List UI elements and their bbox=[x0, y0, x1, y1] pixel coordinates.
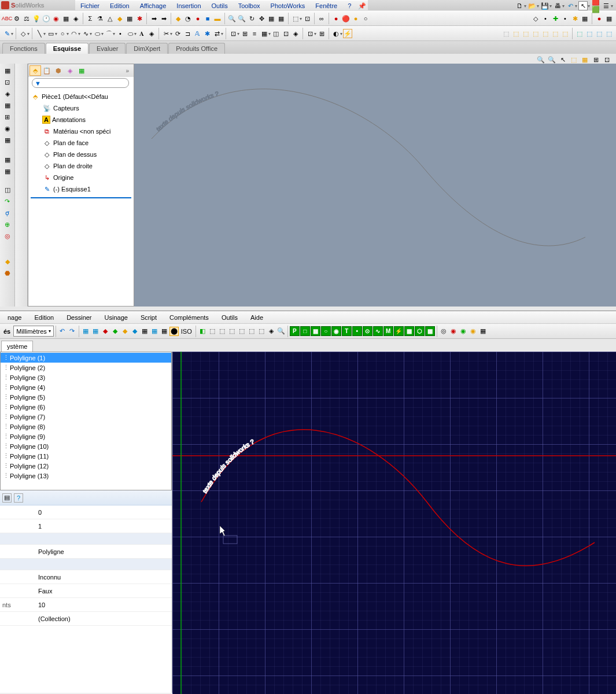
sketch-icon[interactable]: ✎ bbox=[2, 29, 12, 38]
text-icon[interactable]: 𝐀 bbox=[137, 29, 146, 38]
cb-g11-icon[interactable]: ⚡ bbox=[394, 326, 404, 336]
menu-outils[interactable]: Outils bbox=[206, 1, 233, 11]
tab-fonctions[interactable]: Fonctions bbox=[2, 43, 45, 54]
cb-g13-icon[interactable]: ⬡ bbox=[415, 326, 425, 336]
cb-g8-icon[interactable]: ⊙ bbox=[363, 326, 372, 336]
tool17-icon[interactable]: ◆ bbox=[174, 14, 183, 23]
cube-icon[interactable]: ⬚ bbox=[291, 14, 300, 23]
iso5-icon[interactable]: ⬚ bbox=[541, 29, 550, 38]
list-item[interactable]: ⋮Polyligne (3) bbox=[1, 372, 171, 382]
tool-r7-icon[interactable]: ● bbox=[595, 14, 604, 23]
cb-g12-icon[interactable]: ▦ bbox=[404, 326, 414, 336]
pin-icon[interactable]: 📌 bbox=[356, 1, 368, 10]
property-row[interactable]: Faux bbox=[0, 584, 172, 598]
cb-menu-outils[interactable]: Outils bbox=[215, 312, 244, 323]
cb-r2-icon[interactable]: ◉ bbox=[449, 327, 458, 336]
iso4-icon[interactable]: ⬚ bbox=[531, 29, 540, 38]
cb-c3-icon[interactable]: ⬚ bbox=[217, 327, 227, 336]
cb-t4-icon[interactable]: ◆ bbox=[130, 327, 139, 336]
cb-t2-icon[interactable]: ◆ bbox=[110, 327, 120, 336]
cb-c4-icon[interactable]: ⬚ bbox=[227, 327, 237, 336]
v6-icon[interactable]: ⊞ bbox=[591, 55, 600, 64]
tool-r1-icon[interactable]: ◇ bbox=[531, 14, 540, 23]
offset-icon[interactable]: ⊐ bbox=[183, 29, 192, 38]
entity-list[interactable]: ⋮Polyligne (1)⋮Polyligne (2)⋮Polyligne (… bbox=[0, 352, 172, 490]
cb-r3-icon[interactable]: ◉ bbox=[459, 327, 468, 336]
cb-c7-icon[interactable]: ⬚ bbox=[257, 327, 266, 336]
pan-icon[interactable]: ✥ bbox=[257, 14, 266, 23]
cb-t1-icon[interactable]: ◆ bbox=[101, 327, 110, 336]
line-icon[interactable]: ╲ bbox=[35, 29, 44, 38]
cb-r4-icon[interactable]: ◉ bbox=[469, 327, 478, 336]
lt2-icon[interactable]: ⊡ bbox=[3, 77, 12, 87]
list-item[interactable]: ⋮Polyligne (9) bbox=[1, 431, 171, 441]
solidworks-viewport[interactable]: texte depuis solidworks ? bbox=[134, 64, 616, 307]
tree-item-plan-dessus[interactable]: ◇Plan de dessus bbox=[29, 149, 132, 160]
property-row[interactable] bbox=[0, 559, 172, 570]
tool18-icon[interactable]: ◔ bbox=[183, 14, 193, 23]
cb-redo-icon[interactable]: ↷ bbox=[68, 327, 77, 336]
cb-g5-icon[interactable]: ◉ bbox=[331, 326, 341, 336]
list-item[interactable]: ⋮Polyligne (10) bbox=[1, 441, 171, 451]
cb-t8-icon[interactable]: ⬤ bbox=[169, 327, 179, 336]
tab-esquisse[interactable]: Esquisse bbox=[46, 43, 88, 54]
cb-grid2-icon[interactable]: ▦ bbox=[91, 327, 100, 336]
menu-photoworks[interactable]: PhotoWorks bbox=[265, 1, 311, 11]
tool-b3-icon[interactable]: ▦ bbox=[260, 29, 269, 38]
traffic-icon[interactable]: 🟥🟩 bbox=[591, 1, 600, 10]
menu-insertion[interactable]: Insertion bbox=[171, 1, 206, 11]
tool7-icon[interactable]: ▦ bbox=[61, 14, 71, 23]
tool-b5-icon[interactable]: ⊡ bbox=[281, 29, 290, 38]
point-icon[interactable]: • bbox=[116, 29, 125, 38]
tool-r6-icon[interactable]: ▦ bbox=[580, 14, 589, 23]
tool-b6-icon[interactable]: ◈ bbox=[291, 29, 300, 38]
tree-item-esquisse1[interactable]: ✎(-) Esquisse1 bbox=[29, 183, 132, 195]
fillet-icon[interactable]: ⌒ bbox=[104, 29, 113, 38]
tool21-icon[interactable]: ▬ bbox=[213, 14, 222, 23]
lt9-icon[interactable]: ▦ bbox=[3, 167, 12, 176]
cb-grid1-icon[interactable]: ▦ bbox=[81, 327, 90, 336]
tree-item-materiau[interactable]: ⧉Matériau <non spéci bbox=[29, 125, 132, 137]
v4-icon[interactable]: ⬚ bbox=[569, 55, 578, 64]
iso3-icon[interactable]: ⬚ bbox=[521, 29, 530, 38]
list-item[interactable]: ⋮Polyligne (2) bbox=[1, 363, 171, 372]
unit-combo[interactable]: Millimètres ▾ bbox=[13, 326, 54, 337]
tab-produits-office[interactable]: Produits Office bbox=[168, 43, 225, 54]
iso1-icon[interactable]: ⬚ bbox=[501, 29, 511, 38]
tree-tabs-overflow[interactable]: » bbox=[122, 68, 132, 74]
cb-g6-icon[interactable]: T bbox=[342, 326, 352, 336]
pattern-icon[interactable]: ✱ bbox=[202, 29, 212, 38]
v5-icon[interactable]: ▦ bbox=[580, 55, 589, 64]
cb-g3-icon[interactable]: ▦ bbox=[311, 326, 320, 336]
dim-icon[interactable]: ◇ bbox=[19, 29, 28, 38]
tree-tab-5-icon[interactable]: ▦ bbox=[76, 65, 87, 76]
list-item[interactable]: ⋮Polyligne (5) bbox=[1, 392, 171, 402]
cb-g7-icon[interactable]: • bbox=[352, 326, 362, 336]
cb-menu-edition[interactable]: Edition bbox=[28, 312, 60, 323]
tree-root[interactable]: ⬘Pièce1 (Défaut<<Défau bbox=[29, 91, 132, 102]
tree-filter-input[interactable]: ▼ bbox=[32, 78, 129, 88]
iso11-icon[interactable]: ⬚ bbox=[604, 29, 614, 38]
flask-icon[interactable]: ⚗ bbox=[95, 14, 105, 23]
lt15-icon[interactable]: ◆ bbox=[3, 257, 12, 266]
scale-icon[interactable]: ⚖ bbox=[22, 14, 31, 23]
tree-item-annotations[interactable]: ⊞AAnnotations bbox=[29, 114, 132, 125]
tool12-icon[interactable]: ◆ bbox=[115, 14, 124, 23]
ellipse-icon[interactable]: ⬭ bbox=[93, 29, 102, 38]
tree-item-plan-droite[interactable]: ◇Plan de droite bbox=[29, 160, 132, 172]
cambam-viewport[interactable]: texte depuis solidworks ? bbox=[172, 352, 616, 694]
cb-r5-icon[interactable]: ▦ bbox=[478, 327, 488, 336]
cb-c2-icon[interactable]: ⬚ bbox=[208, 327, 217, 336]
lt1-icon[interactable]: ▦ bbox=[3, 66, 12, 75]
cb-g10-icon[interactable]: M bbox=[383, 326, 393, 336]
cb-g14-icon[interactable]: ▦ bbox=[425, 326, 435, 336]
cb-menu-nage[interactable]: nage bbox=[1, 312, 28, 323]
menu-fichier[interactable]: Fichier bbox=[75, 1, 105, 11]
spellcheck-icon[interactable]: ABC bbox=[2, 14, 12, 23]
lt6-icon[interactable]: ◉ bbox=[3, 124, 12, 133]
tool6-icon[interactable]: ◉ bbox=[51, 14, 61, 23]
tool-b10-icon[interactable]: ⚡ bbox=[343, 29, 352, 38]
v1-icon[interactable]: 🔍 bbox=[536, 55, 545, 64]
list-item[interactable]: ⋮Polyligne (7) bbox=[1, 412, 171, 422]
property-row[interactable]: 0 bbox=[0, 505, 172, 519]
